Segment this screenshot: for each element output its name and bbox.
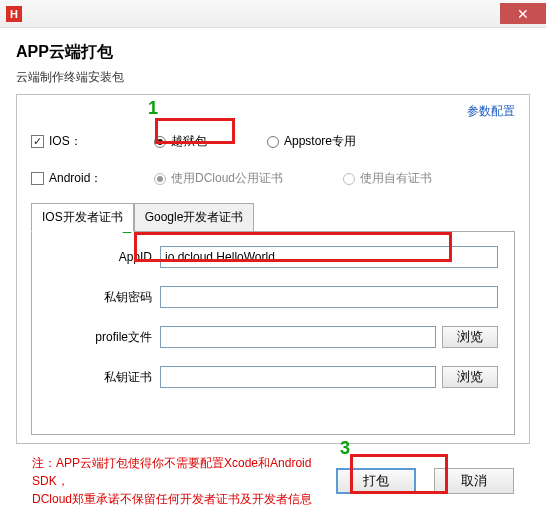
radio-label: Appstore专用 [284, 133, 356, 150]
profile-input[interactable] [160, 326, 436, 348]
radio-icon [343, 173, 355, 185]
app-icon: H [6, 6, 22, 22]
radio-icon [267, 136, 279, 148]
radio-appstore[interactable]: Appstore专用 [267, 133, 356, 150]
tab-ios-cert[interactable]: IOS开发者证书 [31, 203, 134, 232]
main-panel: 参数配置 IOS： 越狱包 Appstore专用 Android： [16, 94, 530, 444]
profile-browse-button[interactable]: 浏览 [442, 326, 498, 348]
profile-label: profile文件 [72, 329, 152, 346]
radio-icon [154, 173, 166, 185]
ios-label: IOS： [49, 133, 144, 150]
title-bar: H ✕ [0, 0, 546, 28]
keycert-label: 私钥证书 [72, 369, 152, 386]
tab-google-cert[interactable]: Google开发者证书 [134, 203, 255, 232]
annotation-highlight-1 [155, 118, 235, 144]
close-button[interactable]: ✕ [500, 3, 546, 24]
keypwd-label: 私钥密码 [72, 289, 152, 306]
radio-label: 使用自有证书 [360, 170, 432, 187]
param-config-link[interactable]: 参数配置 [467, 103, 515, 120]
annotation-highlight-3 [350, 454, 448, 494]
annotation-1: 1 [148, 98, 158, 119]
footer-note: 注：APP云端打包使得你不需要配置Xcode和Android SDK， DClo… [32, 454, 336, 508]
keycert-browse-button[interactable]: 浏览 [442, 366, 498, 388]
android-checkbox[interactable] [31, 172, 44, 185]
page-subtitle: 云端制作终端安装包 [16, 69, 530, 86]
radio-label: 使用DCloud公用证书 [171, 170, 283, 187]
ios-checkbox[interactable] [31, 135, 44, 148]
radio-dcloud-cert: 使用DCloud公用证书 [154, 170, 283, 187]
keycert-input[interactable] [160, 366, 436, 388]
keypwd-input[interactable] [160, 286, 498, 308]
android-label: Android： [49, 170, 144, 187]
annotation-3: 3 [340, 438, 350, 459]
radio-own-cert: 使用自有证书 [343, 170, 432, 187]
annotation-highlight-2 [134, 232, 452, 262]
page-title: APP云端打包 [16, 42, 530, 63]
